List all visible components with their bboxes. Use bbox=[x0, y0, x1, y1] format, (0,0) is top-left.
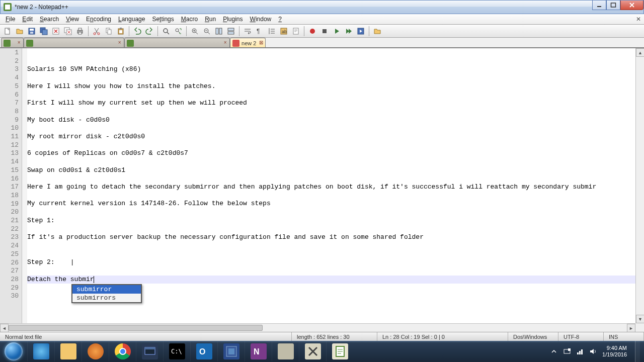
stop-macro-button[interactable] bbox=[319, 26, 330, 37]
svg-point-15 bbox=[98, 33, 100, 35]
close-icon[interactable]: ⊠ bbox=[258, 40, 264, 46]
folder-button[interactable] bbox=[372, 26, 383, 37]
zoom-in-button[interactable] bbox=[189, 26, 200, 37]
close-icon[interactable]: × bbox=[117, 40, 122, 46]
menu-window[interactable]: Window bbox=[247, 15, 275, 24]
file-modified-icon bbox=[232, 40, 239, 47]
tab-2[interactable]: × bbox=[24, 38, 124, 47]
file-icon bbox=[127, 40, 134, 47]
taskbar-app1[interactable] bbox=[272, 341, 299, 361]
show-desktop-button[interactable] bbox=[635, 341, 640, 362]
svg-text:ab: ab bbox=[282, 29, 287, 34]
scroll-down-button[interactable]: ▼ bbox=[636, 315, 644, 323]
taskbar-chrome[interactable] bbox=[109, 341, 136, 361]
sync-h-button[interactable] bbox=[225, 26, 236, 37]
doc-map-button[interactable] bbox=[290, 26, 301, 37]
taskbar-vbox[interactable] bbox=[217, 341, 245, 361]
volume-icon[interactable] bbox=[589, 347, 597, 355]
open-file-button[interactable] bbox=[14, 26, 25, 37]
text-area[interactable]: Solaris 10 SVM PAtching (x86)Here I will… bbox=[27, 48, 635, 323]
close-button-tb[interactable] bbox=[50, 26, 61, 37]
tab-label bbox=[13, 40, 14, 46]
play-macro-multi-button[interactable] bbox=[343, 26, 354, 37]
lang-button[interactable]: ab bbox=[278, 26, 289, 37]
clock[interactable]: 9:40 AM 1/19/2016 bbox=[602, 345, 627, 358]
redo-button[interactable] bbox=[144, 26, 155, 37]
close-all-button[interactable] bbox=[62, 26, 73, 37]
svg-rect-48 bbox=[581, 349, 583, 354]
tab-3[interactable]: × bbox=[124, 38, 230, 47]
undo-button[interactable] bbox=[132, 26, 143, 37]
autocomplete-popup[interactable]: submirror submirrors bbox=[71, 284, 142, 303]
scroll-right-button[interactable]: ► bbox=[627, 324, 635, 332]
print-button[interactable] bbox=[74, 26, 86, 37]
taskbar-onenote[interactable]: N bbox=[245, 341, 272, 361]
replace-button[interactable] bbox=[173, 26, 184, 37]
close-icon[interactable]: × bbox=[222, 40, 228, 46]
show-all-chars-button[interactable]: ¶ bbox=[254, 26, 265, 37]
network-icon[interactable] bbox=[576, 347, 584, 355]
menu-plugins[interactable]: Plugins bbox=[219, 15, 246, 24]
minimize-button[interactable] bbox=[592, 1, 606, 10]
tab-new-2[interactable]: new 2⊠ bbox=[230, 38, 266, 47]
tab-label: new 2 bbox=[242, 40, 256, 46]
maximize-button[interactable] bbox=[606, 1, 620, 10]
status-position: Ln : 28 Col : 19 Sel : 0 | 0 bbox=[377, 332, 508, 341]
save-all-button[interactable] bbox=[38, 26, 49, 37]
taskbar-media[interactable] bbox=[82, 341, 109, 361]
record-macro-button[interactable] bbox=[307, 26, 318, 37]
autocomplete-item[interactable]: submirrors bbox=[72, 294, 141, 302]
indent-guide-button[interactable] bbox=[266, 26, 277, 37]
scroll-up-button[interactable]: ▲ bbox=[636, 48, 644, 57]
taskbar-cmd[interactable]: C:\ bbox=[163, 341, 190, 361]
tray-up-icon[interactable] bbox=[550, 347, 558, 355]
new-file-button[interactable] bbox=[2, 26, 13, 37]
taskbar-explorer[interactable] bbox=[54, 341, 82, 361]
start-button[interactable] bbox=[0, 341, 27, 362]
toolbar: ¶ ab bbox=[0, 25, 644, 38]
menu-file[interactable]: File bbox=[2, 15, 19, 24]
file-icon bbox=[26, 40, 33, 47]
copy-button[interactable] bbox=[103, 26, 114, 37]
cut-button[interactable] bbox=[91, 26, 102, 37]
taskbar-notepadpp[interactable] bbox=[326, 341, 353, 361]
doc-close-button[interactable]: ✕ bbox=[634, 15, 642, 23]
svg-rect-4 bbox=[30, 29, 34, 31]
close-button[interactable] bbox=[620, 1, 643, 10]
scroll-thumb[interactable] bbox=[9, 325, 263, 331]
save-button[interactable] bbox=[26, 26, 37, 37]
action-center-icon[interactable] bbox=[563, 347, 571, 355]
menu-search[interactable]: Search bbox=[36, 15, 62, 24]
menu-edit[interactable]: Edit bbox=[19, 15, 36, 24]
menu-language[interactable]: Language bbox=[115, 15, 148, 24]
svg-rect-26 bbox=[219, 28, 222, 34]
paste-button[interactable] bbox=[115, 26, 126, 37]
sync-v-button[interactable] bbox=[213, 26, 224, 37]
close-icon[interactable]: × bbox=[16, 40, 22, 46]
horizontal-scrollbar[interactable]: ◄ ► bbox=[0, 323, 635, 332]
autocomplete-item[interactable]: submirror bbox=[72, 285, 141, 294]
menu-help[interactable]: ? bbox=[275, 15, 285, 24]
menu-encoding[interactable]: Encoding bbox=[83, 15, 115, 24]
play-macro-button[interactable] bbox=[331, 26, 342, 37]
svg-rect-28 bbox=[228, 32, 234, 34]
taskbar-outlook[interactable]: O bbox=[190, 341, 217, 361]
svg-rect-41 bbox=[228, 348, 234, 354]
find-button[interactable] bbox=[160, 26, 172, 37]
zoom-out-button[interactable] bbox=[201, 26, 212, 37]
menu-settings[interactable]: Settings bbox=[148, 15, 177, 24]
taskbar-app2[interactable] bbox=[299, 341, 326, 361]
taskbar-putty[interactable] bbox=[136, 341, 163, 361]
menu-macro[interactable]: Macro bbox=[178, 15, 201, 24]
scroll-left-button[interactable]: ◄ bbox=[0, 324, 9, 332]
menu-view[interactable]: View bbox=[62, 15, 83, 24]
vertical-scrollbar[interactable]: ▲ ▼ bbox=[635, 48, 644, 323]
svg-rect-5 bbox=[30, 32, 33, 34]
save-macro-button[interactable] bbox=[355, 26, 366, 37]
svg-rect-0 bbox=[597, 6, 601, 7]
svg-rect-37 bbox=[145, 347, 155, 349]
menu-run[interactable]: Run bbox=[201, 15, 219, 24]
tab-1[interactable]: × bbox=[1, 38, 24, 47]
wordwrap-button[interactable] bbox=[242, 26, 253, 37]
taskbar-ie[interactable] bbox=[27, 341, 54, 361]
